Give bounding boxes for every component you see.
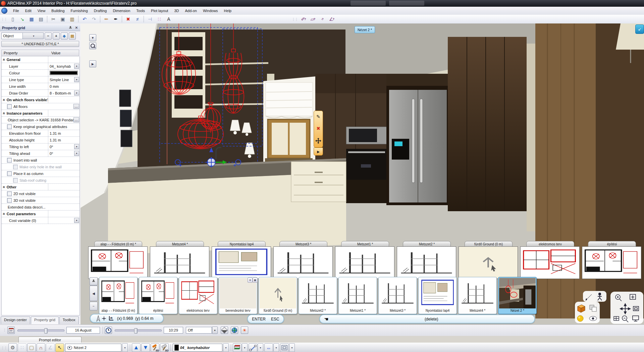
ellipsis-button[interactable]: … — [73, 104, 79, 109]
popup-collapse-button[interactable]: − — [90, 302, 98, 310]
layer-selector-combo[interactable]: 04_ konyhabútor — [173, 344, 222, 352]
property-row-slab-roof-cutting[interactable]: Slab-roof cutting — [2, 177, 79, 184]
property-row-on-which-floors-visible-except-for-it[interactable]: «On which floors visible? (Except for it — [2, 97, 79, 103]
refresh-3d-button[interactable]: 3D — [160, 343, 169, 352]
collapse-chevron-icon[interactable]: « — [2, 213, 6, 215]
chevron-down-icon[interactable]: ▾ — [74, 144, 79, 149]
sheet-tab-alap-f-ldszint-0-m[interactable]: alap - - Földszint (0 m) * — [88, 241, 148, 279]
shadow-toggle-icon[interactable] — [221, 327, 228, 334]
property-row-colour[interactable]: Colour — [2, 70, 79, 76]
preview-card-n-zet-2[interactable]: Nézet 2 * — [498, 277, 537, 314]
checkbox[interactable] — [7, 158, 12, 163]
menu-view[interactable]: View — [35, 7, 49, 14]
time-field[interactable]: 10:29 — [164, 327, 183, 334]
hatch-style-button[interactable] — [280, 343, 289, 352]
settings-button[interactable]: ⚙ — [8, 343, 17, 352]
undo-button[interactable]: ↶ — [80, 15, 89, 23]
sheet-tab-p-t-si[interactable]: építési — [582, 241, 642, 279]
esc-button[interactable]: ESC — [271, 317, 279, 321]
property-row-absolute-height[interactable]: Absolute height1.31 m — [2, 137, 79, 143]
checkbox[interactable] — [7, 171, 12, 176]
select-mode-button[interactable]: ↖ — [55, 343, 64, 352]
calendar-icon[interactable] — [7, 327, 15, 334]
background-window-2[interactable] — [389, 1, 424, 6]
property-row-tilting-ahead[interactable]: Tilting ahead0°▾ — [2, 150, 79, 157]
menu-3d[interactable]: 3D — [171, 7, 182, 14]
collapse-chevron-icon[interactable]: « — [2, 186, 6, 188]
menu-dimension[interactable]: Dimension — [110, 7, 133, 14]
layer-dropdown-icon[interactable]: ▾ — [223, 343, 229, 352]
align-edge-button[interactable]: ⊣ — [146, 15, 154, 23]
sheet-tab-metszet3[interactable]: Metszet3 * — [273, 241, 333, 279]
sheet-tab-preview[interactable] — [273, 246, 333, 279]
clock-icon[interactable] — [105, 327, 112, 334]
preview-card-alap-f-ldszint-0-m[interactable]: alap - - Földszint (0 m) — [99, 277, 138, 314]
menu-edit[interactable]: Edit — [22, 7, 35, 14]
format-painter-button[interactable]: ✏ — [102, 15, 111, 23]
checkbox[interactable] — [13, 165, 18, 169]
layer-set-button[interactable] — [233, 343, 241, 352]
property-row-cost-variable-0[interactable]: Cost variable (0)▾ — [2, 217, 79, 224]
sheet-tab-preview[interactable] — [397, 246, 456, 279]
chevron-down-icon[interactable]: ▾ — [74, 91, 79, 96]
menu-add-on[interactable]: Add-on — [182, 7, 200, 14]
query-angle-button[interactable]: ∠? — [327, 15, 336, 23]
move-icon[interactable] — [315, 138, 321, 144]
chevron-down-icon[interactable]: ▾ — [74, 218, 79, 223]
open-button[interactable]: ↘ — [18, 15, 26, 23]
panel-tab-property-grid[interactable]: Property grid — [31, 316, 59, 324]
text-style-button[interactable]: A — [164, 15, 173, 23]
chevron-down-icon[interactable]: ▾ — [74, 151, 79, 156]
sun-mode-combo[interactable]: Off — [186, 327, 212, 334]
preview-card-f-rd-ground-0-m[interactable]: fürdő Ground (0 m) — [259, 277, 297, 314]
delete-button[interactable]: ✖ — [124, 15, 132, 23]
preview-card-elektromos-terv[interactable]: elektromos terv — [179, 277, 217, 314]
chevron-down-icon[interactable]: ▾ — [22, 33, 44, 39]
zoom-icon[interactable] — [89, 42, 96, 49]
popup-scroll-left-button[interactable]: ◀ — [90, 286, 98, 301]
arrow-style-button[interactable]: ⇔ — [264, 343, 273, 352]
floor-down-button[interactable]: ▼ — [141, 343, 150, 352]
axis-constraint-button[interactable]: ∠ — [46, 343, 55, 352]
property-row-elevation-from-floor[interactable]: Elevation from floor1.31 m — [2, 130, 79, 137]
sheet-tab-preview[interactable] — [212, 246, 271, 279]
menu-drafting[interactable]: Drafting — [91, 7, 110, 14]
preview-card-metszet1[interactable]: Metszet1 * — [338, 277, 377, 314]
sheet-tab-metszet1[interactable]: Metszet1 * — [335, 241, 395, 279]
app-menu-icon[interactable] — [1, 8, 7, 14]
property-row-other[interactable]: «Other — [2, 184, 79, 190]
collapse-all-button[interactable]: − — [45, 33, 52, 40]
chevron-down-icon[interactable]: ▾ — [74, 77, 79, 82]
preview-card-nyomtat-si-lap4[interactable]: Nyomtatási lap4 — [418, 277, 457, 314]
preview-card-metszet2[interactable]: Metszet2 * — [299, 277, 337, 314]
sheet-tab-f-rd-ground-0-m[interactable]: fürdő Ground (0 m) — [459, 241, 519, 279]
ellipsis-button[interactable]: … — [73, 117, 79, 122]
property-row-keep-original-graphical-attributes[interactable]: Keep original graphical attributes — [2, 123, 79, 130]
property-row-all-floors[interactable]: All floors… — [2, 103, 79, 110]
panel-tab-toolbox[interactable]: Toolbox — [59, 316, 79, 324]
right-arrow-icon[interactable]: ▶ — [89, 60, 96, 67]
menu-file[interactable]: File — [10, 7, 22, 14]
new-button[interactable]: ▯ — [8, 15, 17, 23]
copy-button[interactable]: ▣ — [58, 15, 67, 23]
close-icon[interactable]: ✕ — [74, 25, 79, 30]
checkbox[interactable] — [7, 191, 12, 196]
globe-icon[interactable] — [231, 327, 238, 334]
eyedropper-button[interactable]: ✒ — [111, 15, 120, 23]
property-row-layer[interactable]: Layer04_ konyhab▾ — [2, 63, 79, 70]
visibility-eye-icon[interactable] — [589, 316, 597, 321]
sheet-tab-nyomtat-si-lap4[interactable]: Nyomtatási lap4 — [212, 241, 272, 279]
arrow-style-dropdown-icon[interactable]: ▾ — [273, 343, 279, 352]
grid-snap-button[interactable]: ∷ — [18, 343, 26, 352]
menu-help[interactable]: Help — [221, 7, 235, 14]
menu-tools[interactable]: Tools — [133, 7, 148, 14]
style-name-button[interactable]: * UNDEFINED STYLE * — [1, 41, 79, 47]
preview-card-metszet3[interactable]: Metszet3 * — [378, 277, 417, 314]
sheet-tab-preview[interactable] — [459, 246, 518, 279]
menu-windows[interactable]: Windows — [200, 7, 221, 14]
color-swatch[interactable] — [50, 71, 78, 75]
property-row-instance-parameters[interactable]: «Instance parameters — [2, 110, 79, 117]
render-sphere-icon[interactable] — [577, 315, 583, 321]
sheet-tab-metszet2[interactable]: Metszet2 * — [397, 241, 457, 279]
property-row-tilting-to-left[interactable]: Tilting to left0°▾ — [2, 143, 79, 150]
